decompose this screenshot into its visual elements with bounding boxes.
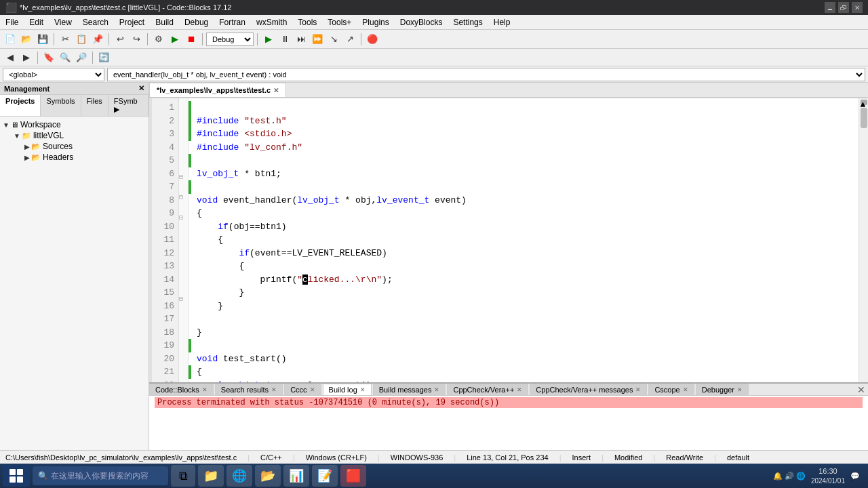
- tree-item-sources[interactable]: ▶ 📂 Sources: [3, 141, 146, 152]
- build-btn[interactable]: ⚙: [151, 32, 166, 47]
- paste-btn[interactable]: 📌: [90, 32, 105, 47]
- editor-area: *lv_examples\lv_apps\test\test.c ✕ 12345…: [149, 83, 868, 450]
- left-margin: [149, 98, 152, 382]
- taskbar-word[interactable]: 📝: [312, 465, 338, 487]
- menu-view[interactable]: View: [49, 15, 77, 29]
- menu-fortran[interactable]: Fortran: [214, 15, 251, 29]
- buildlog-tab-close[interactable]: ✕: [360, 386, 366, 393]
- cscope-tab-close[interactable]: ✕: [683, 386, 688, 393]
- menu-wxsmith[interactable]: wxSmith: [251, 15, 292, 29]
- bottom-tab-cppcheck[interactable]: CppCheck/Vera++ ✕: [447, 384, 528, 395]
- editor-tab-close[interactable]: ✕: [273, 87, 279, 94]
- bottom-tab-searchresults[interactable]: Search results ✕: [215, 384, 283, 395]
- stop-btn[interactable]: ⏹: [184, 32, 199, 47]
- scroll-arrow-up[interactable]: ▲: [861, 100, 867, 105]
- editor-tab-testc[interactable]: *lv_examples\lv_apps\test\test.c ✕: [149, 83, 286, 97]
- tab-fsymb[interactable]: FSymb ▶: [108, 95, 149, 116]
- copy-btn[interactable]: 📋: [74, 32, 89, 47]
- redo-btn[interactable]: ↪: [129, 32, 144, 47]
- minimize-button[interactable]: 🗕: [825, 2, 835, 13]
- debug-start-btn[interactable]: ▶: [261, 32, 276, 47]
- code-editor[interactable]: 12345 678910 1112131415 1617181920 2122 …: [149, 98, 868, 382]
- taskbar-browser[interactable]: 🌐: [226, 465, 252, 487]
- debug-select[interactable]: Debug: [206, 33, 254, 46]
- status-default: default: [727, 453, 749, 462]
- menu-edit[interactable]: Edit: [24, 15, 49, 29]
- debug-step-in-btn[interactable]: ↘: [326, 32, 341, 47]
- tree-item-workspace[interactable]: ▼ 🖥 Workspace: [3, 119, 146, 130]
- debugger-tab-close[interactable]: ✕: [737, 386, 743, 393]
- run-btn[interactable]: ▶: [167, 32, 182, 47]
- menu-file[interactable]: File: [0, 15, 24, 29]
- taskbar-search[interactable]: 🔍 在这里输入你要搜索的内容: [33, 466, 168, 485]
- new-btn[interactable]: 📄: [3, 32, 18, 47]
- taskbar-file-explorer[interactable]: 📁: [198, 465, 224, 487]
- status-filepath: C:\Users\fish\Desktop\lv_pc_simulator\lv…: [5, 453, 237, 462]
- taskbar-powerpoint[interactable]: 📊: [283, 465, 309, 487]
- menu-project[interactable]: Project: [114, 15, 150, 29]
- menu-plugins[interactable]: Plugins: [357, 15, 394, 29]
- open-btn[interactable]: 📂: [19, 32, 34, 47]
- bottom-tab-buildmessages[interactable]: Build messages ✕: [373, 384, 446, 395]
- debug-step-btn[interactable]: ⏭: [294, 32, 309, 47]
- debug-step-out-btn[interactable]: ↗: [342, 32, 357, 47]
- debug-stop-btn[interactable]: ⏸: [277, 32, 292, 47]
- littlevgl-label: littleVGL: [33, 131, 64, 140]
- bottom-tab-codeblocks[interactable]: Code::Blocks ✕: [149, 384, 214, 395]
- tab-files[interactable]: Files: [81, 95, 108, 116]
- tab-symbols[interactable]: Symbols: [41, 95, 81, 116]
- refresh-btn[interactable]: 🔄: [96, 50, 111, 65]
- buildmessages-tab-close[interactable]: ✕: [434, 386, 439, 393]
- menu-help[interactable]: Help: [488, 15, 516, 29]
- status-language: C/C++: [260, 453, 282, 462]
- cut-btn[interactable]: ✂: [58, 32, 73, 47]
- taskbar-search-placeholder: 在这里输入你要搜索的内容: [51, 470, 149, 482]
- back-btn[interactable]: ◀: [3, 50, 18, 65]
- bottom-tab-cccc[interactable]: Cccc ✕: [284, 384, 321, 395]
- menu-toolsplus[interactable]: Tools+: [322, 15, 357, 29]
- cccc-tab-close[interactable]: ✕: [310, 386, 315, 393]
- cppcheck-tab-close[interactable]: ✕: [517, 386, 522, 393]
- status-charset: WINDOWS-936: [391, 453, 443, 462]
- undo-btn[interactable]: ↩: [113, 32, 127, 47]
- editor-scrollbar[interactable]: ▲: [859, 98, 868, 382]
- menu-debug[interactable]: Debug: [179, 15, 214, 29]
- function-context-select[interactable]: event_handler(lv_obj_t * obj, lv_event_t…: [107, 68, 865, 81]
- bottom-tab-cscope[interactable]: Cscope ✕: [648, 384, 694, 395]
- cppcheck-messages-tab-close[interactable]: ✕: [635, 386, 641, 393]
- zoom-out-btn[interactable]: 🔎: [74, 50, 89, 65]
- bookmark-btn[interactable]: 🔖: [41, 50, 56, 65]
- tree-item-littlevgl[interactable]: ▼ 📁 littleVGL: [3, 130, 146, 141]
- start-button[interactable]: [3, 465, 30, 487]
- breakpoint-btn[interactable]: 🔴: [365, 32, 380, 47]
- tree-item-headers[interactable]: ▶ 📂 Headers: [3, 152, 146, 163]
- menu-doxyblocks[interactable]: DoxyBlocks: [395, 15, 448, 29]
- save-btn[interactable]: 💾: [35, 32, 50, 47]
- zoom-in-btn[interactable]: 🔍: [58, 50, 73, 65]
- scroll-thumb[interactable]: [861, 108, 867, 128]
- taskbar-task-view[interactable]: ⧉: [171, 465, 195, 487]
- word-icon: 📝: [317, 468, 332, 483]
- maximize-button[interactable]: 🗗: [838, 2, 849, 13]
- menu-search[interactable]: Search: [77, 15, 114, 29]
- title-bar-controls[interactable]: 🗕 🗗 ✕: [825, 2, 863, 13]
- bottom-tab-cppcheck-messages[interactable]: CppCheck/Vera++ messages ✕: [530, 384, 647, 395]
- bottom-panel-close-icon[interactable]: ✕: [857, 384, 865, 395]
- taskbar-folder[interactable]: 📂: [255, 465, 281, 487]
- debug-next-btn[interactable]: ⏩: [310, 32, 325, 47]
- forward-btn[interactable]: ▶: [19, 50, 34, 65]
- close-button[interactable]: ✕: [852, 2, 863, 13]
- menu-tools[interactable]: Tools: [292, 15, 322, 29]
- global-context-select[interactable]: <global>: [3, 68, 104, 81]
- searchresults-tab-close[interactable]: ✕: [271, 386, 277, 393]
- menu-build[interactable]: Build: [150, 15, 179, 29]
- bottom-tab-buildlog[interactable]: Build log ✕: [323, 384, 372, 395]
- code-content[interactable]: #include "test.h" #include <stdio.h> #in…: [191, 98, 859, 382]
- tab-projects[interactable]: Projects: [0, 95, 41, 116]
- headers-label: Headers: [43, 152, 73, 162]
- sidebar-close-icon[interactable]: ✕: [138, 84, 144, 93]
- taskbar-codeblocks-app[interactable]: 🟥: [340, 465, 366, 487]
- menu-settings[interactable]: Settings: [448, 15, 488, 29]
- bottom-tab-debugger[interactable]: Debugger ✕: [696, 384, 749, 395]
- codeblocks-tab-close[interactable]: ✕: [202, 386, 208, 393]
